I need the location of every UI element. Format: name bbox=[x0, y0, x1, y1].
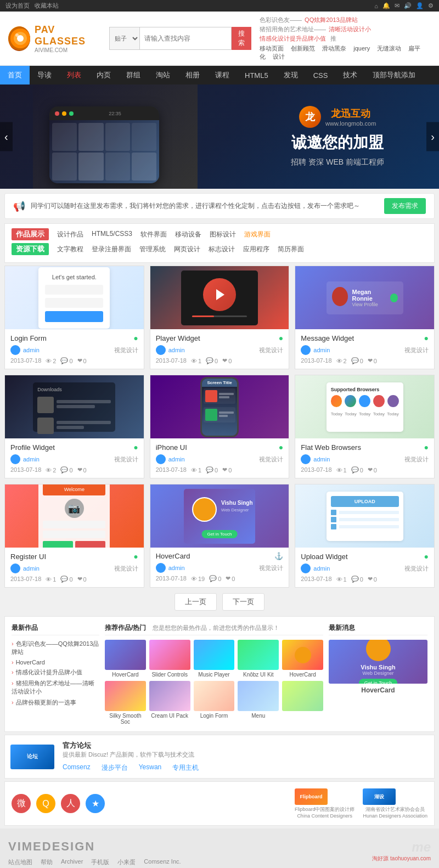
hero-prev-button[interactable]: ‹ bbox=[0, 122, 13, 151]
sound-icon[interactable]: 🔊 bbox=[404, 2, 412, 9]
latest-item-0[interactable]: 色彩识色友——QQ炫舞2013品牌站 bbox=[12, 640, 99, 656]
rec-item-1[interactable]: Slider Controls bbox=[149, 640, 190, 678]
post-request-button[interactable]: 发布需求 bbox=[384, 198, 426, 214]
link-mobile[interactable]: 移动页面 bbox=[260, 45, 284, 52]
link-design[interactable]: 设计 bbox=[273, 53, 285, 60]
nav-item-list[interactable]: 列表 bbox=[59, 66, 89, 84]
rec-item-0[interactable]: HoverCard bbox=[105, 640, 146, 678]
latest-news-featured[interactable]: Vishu Singh Web Designer Get in Touch bbox=[329, 640, 427, 684]
cat-item-login-ui[interactable]: 登录注册界面 bbox=[92, 245, 131, 254]
mail-icon[interactable]: ✉ bbox=[395, 2, 399, 9]
forum-link-0[interactable]: Comsenz bbox=[63, 763, 91, 773]
cat-item-icon[interactable]: 图标设计 bbox=[210, 230, 236, 239]
author-register[interactable]: admin bbox=[23, 565, 40, 572]
nav-item-add[interactable]: 顶部导航添加 bbox=[365, 66, 423, 84]
prev-page-button[interactable]: 上一页 bbox=[175, 593, 217, 611]
promo-link-1[interactable]: QQ炫舞2013品牌站 bbox=[305, 16, 358, 23]
bell-icon[interactable]: 🔔 bbox=[382, 2, 390, 9]
card-thumb-profile[interactable]: Downloads bbox=[5, 375, 144, 438]
author-hover[interactable]: admin bbox=[168, 565, 185, 571]
card-thumb-message[interactable]: Megan Ronnie View Profile bbox=[295, 266, 434, 329]
rec-item-4[interactable]: HoverCard bbox=[282, 640, 323, 678]
latest-item-2[interactable]: 情感化设计提升品牌小值 bbox=[12, 668, 99, 677]
footer-link-mobile[interactable]: 手机版 bbox=[91, 858, 109, 866]
rec-item-6[interactable]: Cream UI Pack bbox=[149, 681, 190, 725]
cat-item-resume[interactable]: 简历界面 bbox=[278, 245, 304, 254]
cat-item-software[interactable]: 软件界面 bbox=[140, 230, 167, 239]
forum-link-2[interactable]: Yeswan bbox=[139, 763, 162, 773]
hero-next-button[interactable]: › bbox=[426, 122, 439, 151]
cat-item-web-design[interactable]: 网页设计 bbox=[174, 245, 200, 254]
nav-item-shop[interactable]: 淘站 bbox=[148, 66, 178, 84]
set-homepage-link[interactable]: 设为首页 bbox=[5, 2, 30, 9]
cat-item-html5[interactable]: HTML5/CSS3 bbox=[92, 230, 132, 239]
link-scroll[interactable]: 无缝滚动 bbox=[377, 45, 401, 52]
renren-icon[interactable]: 人 bbox=[61, 794, 80, 813]
footer-link-help[interactable]: 帮助 bbox=[41, 858, 53, 866]
link-slide[interactable]: 滑动黑奈 bbox=[322, 45, 346, 52]
promo-link-2[interactable]: 清晰活动设计小 bbox=[329, 26, 371, 32]
search-input[interactable] bbox=[139, 27, 232, 50]
nav-item-home[interactable]: 首页 bbox=[0, 66, 30, 84]
nav-item-group[interactable]: 群组 bbox=[119, 66, 148, 84]
forum-link-3[interactable]: 专用主机 bbox=[172, 763, 199, 773]
cat-item-app[interactable]: 应用程序 bbox=[243, 245, 269, 254]
nav-item-css[interactable]: CSS bbox=[306, 67, 336, 84]
card-thumb-iphone[interactable]: Screen Title bbox=[150, 375, 289, 438]
footer-link-comsenz[interactable]: Comsenz Inc. bbox=[144, 858, 181, 866]
author-upload[interactable]: admin bbox=[313, 565, 330, 572]
search-button[interactable]: 搜索 bbox=[232, 27, 251, 50]
card-thumb-upload[interactable]: UPLOAD bbox=[295, 484, 434, 548]
user-icon[interactable]: 👤 bbox=[416, 2, 424, 9]
author-player[interactable]: admin bbox=[168, 347, 185, 353]
card-thumb-flat[interactable]: Supported Browsers TodayTodayTodayTodayT… bbox=[295, 375, 434, 438]
settings-icon[interactable]: ⚙ bbox=[428, 2, 434, 9]
latest-item-4[interactable]: 品牌份额更新的一选事 bbox=[12, 698, 99, 707]
card-thumb-register[interactable]: Welcome 📷 bbox=[5, 484, 144, 548]
cat-item-design[interactable]: 设计作品 bbox=[57, 230, 83, 239]
promo-link-3[interactable]: 情感化设计提升品牌小值 bbox=[260, 35, 326, 42]
nav-item-html5[interactable]: HTML5 bbox=[237, 67, 276, 84]
author-iphone[interactable]: admin bbox=[168, 456, 185, 463]
nav-item-tech[interactable]: 技术 bbox=[335, 66, 365, 84]
nav-item-discover[interactable]: 发现 bbox=[276, 66, 306, 84]
cat-item-logo[interactable]: 标志设计 bbox=[209, 245, 235, 254]
footer-link-sitemap[interactable]: 站点地图 bbox=[8, 858, 32, 866]
rec-item-8[interactable]: Menu bbox=[238, 681, 279, 725]
card-hovercard: Vishu Singh Web Designer Get in Touch Ho… bbox=[150, 484, 290, 588]
next-page-button[interactable]: 下一页 bbox=[222, 593, 264, 611]
bookmark-social-icon[interactable]: ★ bbox=[86, 794, 105, 813]
forum-link-1[interactable]: 漫步平台 bbox=[102, 763, 128, 773]
rec-item-3[interactable]: Knôbz UI Kit bbox=[238, 640, 279, 678]
search-category-select[interactable]: 贴子 bbox=[109, 27, 139, 50]
cat-item-game[interactable]: 游戏界面 bbox=[244, 230, 271, 239]
cat-item-mobile[interactable]: 移动设备 bbox=[175, 230, 201, 239]
card-thumb-hover[interactable]: Vishu Singh Web Designer Get in Touch bbox=[150, 484, 289, 548]
author-message[interactable]: admin bbox=[313, 347, 330, 353]
footer-link-archiver[interactable]: Archiver bbox=[61, 858, 83, 866]
card-thumb-login[interactable]: Let's get started. bbox=[5, 266, 144, 329]
author-profile[interactable]: admin bbox=[23, 456, 40, 463]
card-thumb-player[interactable] bbox=[150, 266, 289, 329]
qzone-icon[interactable]: Q bbox=[36, 794, 55, 813]
cat-item-admin[interactable]: 管理系统 bbox=[139, 245, 166, 254]
latest-item-1[interactable]: HoverCard bbox=[12, 659, 99, 666]
author-flat[interactable]: admin bbox=[313, 456, 330, 463]
rec-item-5[interactable]: Silky Smooth Soc bbox=[105, 681, 146, 725]
cat-item-text-tutorial[interactable]: 文字教程 bbox=[57, 245, 83, 254]
nav-item-inner[interactable]: 内页 bbox=[89, 66, 119, 84]
nav-item-guide[interactable]: 导读 bbox=[30, 66, 59, 84]
rec-item-2[interactable]: Music Player bbox=[194, 640, 235, 678]
footer-link-egg[interactable]: 小来蛋 bbox=[117, 858, 136, 866]
author-login[interactable]: admin bbox=[23, 347, 40, 353]
bookmark-link[interactable]: 收藏本站 bbox=[35, 2, 59, 9]
nav-item-course[interactable]: 课程 bbox=[207, 66, 237, 84]
header: PAV GLASSES AIVIME.COM 贴子 搜索 色彩识色友——QQ炫舞… bbox=[0, 12, 439, 66]
weibo-icon[interactable]: 微 bbox=[12, 794, 31, 813]
link-creative[interactable]: 创新顾范 bbox=[291, 45, 315, 52]
home-icon[interactable]: ⌂ bbox=[374, 3, 378, 9]
latest-item-3[interactable]: 猪招用角的艺术地址——清晰活动设计小 bbox=[12, 679, 99, 696]
nav-item-album[interactable]: 相册 bbox=[178, 66, 207, 84]
rec-item-7[interactable]: Login Form bbox=[194, 681, 235, 725]
link-jquery[interactable]: jquery bbox=[353, 45, 370, 52]
